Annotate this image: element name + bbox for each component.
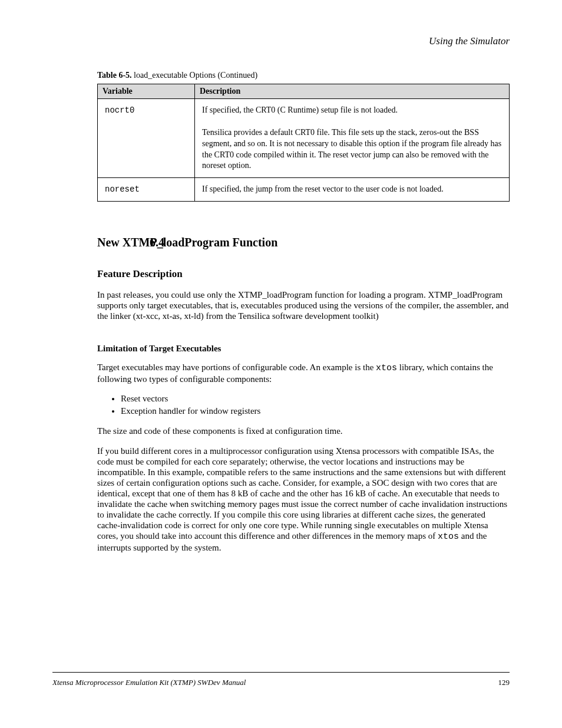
footer-rule (52, 672, 510, 673)
component-list: Reset vectors Exception handler for wind… (121, 394, 510, 416)
text: If you build different cores in a multip… (97, 446, 507, 541)
mono-xtos: xtos (438, 532, 459, 542)
running-header: Using the Simulator (429, 35, 510, 47)
options-table: Variable Description nocrt0 If specified… (97, 84, 510, 202)
p-long: If you build different cores in a multip… (97, 446, 510, 553)
table-caption-number: Table 6-5. (97, 71, 132, 80)
desc-line: Tensilica provides a default CRT0 file. … (202, 128, 501, 170)
cell-variable: noreset (98, 178, 195, 202)
p-fixed: The size and code of these components is… (97, 426, 510, 436)
footer-doc-title: Xtensa Microprocessor Emulation Kit (XTM… (52, 678, 246, 687)
table-row: nocrt0 If specified, the CRT0 (C Runtime… (98, 99, 510, 178)
page: Using the Simulator Table 6-5. load_exec… (0, 0, 562, 728)
cell-variable: nocrt0 (98, 99, 195, 178)
section-number: 6.4 (150, 236, 164, 249)
list-item: Exception handler for window registers (121, 406, 510, 416)
cell-description: If specified, the jump from the reset ve… (195, 178, 510, 202)
col-variable: Variable (98, 84, 195, 99)
mono-xtos: xtos (376, 363, 397, 373)
p-intro: In past releases, you could use only the… (97, 289, 510, 321)
list-item: Reset vectors (121, 394, 510, 404)
page-number: 129 (498, 678, 510, 687)
table-caption-text: load_executable Options (Continued) (134, 71, 257, 80)
table-caption: Table 6-5. load_executable Options (Cont… (97, 71, 510, 80)
p-limitation-intro: Target executables may have portions of … (97, 362, 510, 384)
table-row: noreset If specified, the jump from the … (98, 178, 510, 202)
cell-description: If specified, the CRT0 (C Runtime) setup… (195, 99, 510, 178)
desc-line: If specified, the CRT0 (C Runtime) setup… (202, 106, 398, 114)
main-content: Table 6-5. load_executable Options (Cont… (97, 71, 510, 562)
table-header-row: Variable Description (98, 84, 510, 99)
h3-limitation: Limitation of Target Executables (97, 344, 510, 354)
text: Target executables may have portions of … (97, 363, 376, 372)
col-description: Description (195, 84, 510, 99)
h2-feature-desc: Feature Description (97, 268, 510, 280)
